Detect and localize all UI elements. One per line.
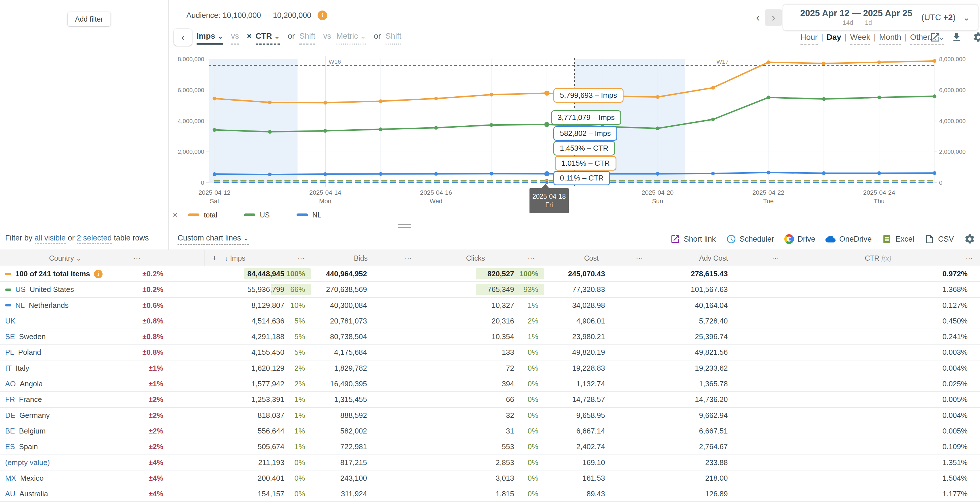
column-header-cost[interactable]: Cost xyxy=(584,250,598,266)
drive-button[interactable]: Drive xyxy=(784,234,815,244)
table-row[interactable]: BEBelgium±2%556,6441%582,002310%6,667.14… xyxy=(0,423,980,439)
shift-toggle[interactable]: Shift xyxy=(299,32,315,45)
imps-value: 556,644 xyxy=(258,423,284,439)
timezone-label: (UTC +2) xyxy=(921,13,956,22)
tab-month[interactable]: Month xyxy=(879,33,901,45)
table-row[interactable]: ESSpain±2%505,6741%722,9815530%2,402.742… xyxy=(0,439,980,454)
open-in-new-icon[interactable] xyxy=(929,32,941,43)
custom-chart-lines-dropdown[interactable]: Custom chart lines ⌄ xyxy=(178,234,249,245)
info-icon[interactable]: i xyxy=(94,270,103,278)
imps-column-menu-icon[interactable]: ··· xyxy=(298,250,305,266)
remove-secondary-icon[interactable]: × xyxy=(247,32,251,41)
country-name: Spain xyxy=(19,439,38,454)
value-tooltip: 1.015% – CTR xyxy=(555,156,616,171)
legend-item-us[interactable]: US xyxy=(244,211,270,219)
country-code-link[interactable]: AU xyxy=(5,486,15,502)
table-settings-gear-icon[interactable] xyxy=(964,233,975,245)
country-code-link[interactable]: (empty value) xyxy=(5,455,50,470)
table-row[interactable]: UK±0.8%4,514,6365%20,781,07320,3162%4,90… xyxy=(0,313,980,329)
table-row[interactable]: USUnited States±0.2%55,936,79966%270,638… xyxy=(0,282,980,297)
error-margin: ±2% xyxy=(149,439,163,454)
primary-metric-dropdown[interactable]: Imps ⌄ xyxy=(197,32,223,45)
cost-column-menu-icon[interactable]: ··· xyxy=(636,250,643,266)
country-code-link[interactable]: MX xyxy=(5,470,16,486)
vs-toggle[interactable]: vs xyxy=(231,32,239,45)
table-row[interactable]: DEGermany±2%818,0371%888,592320%9,658.95… xyxy=(0,408,980,423)
legend-item-total[interactable]: total xyxy=(188,211,217,219)
adv-cost-value: 49,821.56 xyxy=(695,344,728,360)
country-code-link[interactable]: SE xyxy=(5,329,15,344)
country-code-link[interactable]: ES xyxy=(5,439,15,454)
adv-cost-column-menu-icon[interactable]: ··· xyxy=(772,250,779,266)
bids-value: 722,981 xyxy=(340,439,367,454)
country-cell: AUAustralia xyxy=(5,486,48,502)
table-row[interactable]: NLNetherlands±0.6%8,129,80710%40,300,084… xyxy=(0,298,980,313)
column-header-country[interactable]: Country ⌄ xyxy=(49,250,82,266)
column-header-ctr[interactable]: CTR f(x) xyxy=(865,250,891,266)
info-icon[interactable]: i xyxy=(318,11,327,20)
bids-column-menu-icon[interactable]: ··· xyxy=(405,250,412,266)
country-code-link[interactable]: US xyxy=(15,282,25,297)
country-code-link[interactable]: DE xyxy=(5,408,15,423)
legend-item-nl[interactable]: NL xyxy=(297,211,321,219)
table-row[interactable]: AOAngola±1%1,577,9422%16,490,3953940%1,1… xyxy=(0,376,980,392)
country-name: 100 of 241 total items xyxy=(15,266,90,282)
filter-selected-link[interactable]: 2 selected xyxy=(77,234,111,244)
secondary-metric-dropdown[interactable]: CTR ⌄ xyxy=(256,32,280,45)
clicks-column-menu-icon[interactable]: ··· xyxy=(528,250,535,266)
clicks-percent: 0% xyxy=(528,439,538,454)
adv-cost-value: 25,396.74 xyxy=(695,329,728,344)
adv-cost-value: 6,667.51 xyxy=(699,423,728,439)
country-cell: ESSpain xyxy=(5,439,38,454)
metric-dropdown[interactable]: Metric ⌄ xyxy=(336,32,366,45)
table-row[interactable]: ITItaly±1%1,620,1292%1,829,782720%19,228… xyxy=(0,360,980,376)
imps-percent: 5% xyxy=(294,344,305,360)
external-link-icon xyxy=(670,234,680,244)
download-icon[interactable] xyxy=(951,32,963,43)
add-filter-button[interactable]: Add filter xyxy=(68,12,110,26)
excel-button[interactable]: Excel xyxy=(882,234,914,244)
short-link-button[interactable]: Short link xyxy=(670,234,716,244)
table-row[interactable]: MXMexico±4%200,4010%243,1003,0130%161.53… xyxy=(0,470,980,486)
table-row[interactable]: 100 of 241 total itemsi±0.2%84,448,94510… xyxy=(0,266,980,282)
country-code-link[interactable]: PL xyxy=(5,344,14,360)
country-code-link[interactable]: IT xyxy=(5,360,12,376)
country-code-link[interactable]: BE xyxy=(5,423,15,439)
date-range-text: 2025 Apr 12 — 2025 Apr 25 xyxy=(791,8,921,19)
cost-value: 34,028.98 xyxy=(572,298,605,313)
add-column-button[interactable]: + xyxy=(212,250,217,266)
table-row[interactable]: AUAustralia±4%154,1570%311,9241,8150%89.… xyxy=(0,486,980,502)
country-code-link[interactable]: NL xyxy=(15,298,25,313)
bids-value: 440,964,952 xyxy=(326,266,367,282)
table-row[interactable]: FRFrance±2%1,253,3911%1,315,455660%14,72… xyxy=(0,392,980,407)
country-code-link[interactable]: AO xyxy=(5,376,16,392)
csv-button[interactable]: CSV xyxy=(924,234,954,244)
close-icon[interactable]: × xyxy=(173,210,178,220)
column-header-bids[interactable]: Bids xyxy=(354,250,368,266)
ctr-column-menu-icon[interactable]: ··· xyxy=(966,250,973,266)
tab-week[interactable]: Week xyxy=(850,33,870,45)
bids-value: 582,002 xyxy=(340,423,367,439)
date-next-button[interactable]: › xyxy=(765,10,782,26)
adv-cost-value: 126.89 xyxy=(705,486,728,502)
column-header-adv-cost[interactable]: Adv Cost xyxy=(699,250,728,266)
gear-icon[interactable] xyxy=(973,32,980,43)
date-range-picker[interactable]: 2025 Apr 12 — 2025 Apr 25 -14d — -1d (UT… xyxy=(783,4,978,30)
tab-hour[interactable]: Hour xyxy=(800,33,818,45)
column-header-clicks[interactable]: Clicks xyxy=(466,250,485,266)
column-header-imps-sorted[interactable]: ↓ Imps xyxy=(224,250,245,266)
date-prev-icon[interactable]: ‹ xyxy=(756,12,760,24)
tab-day-selected[interactable]: Day xyxy=(827,33,841,42)
chart-back-button[interactable]: ‹ xyxy=(174,29,192,46)
onedrive-button[interactable]: OneDrive xyxy=(826,234,872,244)
table-row[interactable]: (empty value)±4%211,1930%817,2152,8530%1… xyxy=(0,455,980,470)
country-code-link[interactable]: FR xyxy=(5,392,15,407)
country-column-menu-icon[interactable]: ··· xyxy=(134,250,141,266)
scheduler-button[interactable]: Scheduler xyxy=(726,234,774,244)
country-code-link[interactable]: UK xyxy=(5,313,15,329)
clicks-percent: 0% xyxy=(528,486,538,502)
table-row[interactable]: SESweden±0.8%4,291,1885%80,738,50410,354… xyxy=(0,329,980,344)
table-row[interactable]: PLPoland±0.8%4,155,4505%4,175,6841330%49… xyxy=(0,344,980,360)
filter-all-visible-link[interactable]: all visible xyxy=(35,234,66,244)
shift-toggle-2[interactable]: Shift xyxy=(385,32,401,45)
